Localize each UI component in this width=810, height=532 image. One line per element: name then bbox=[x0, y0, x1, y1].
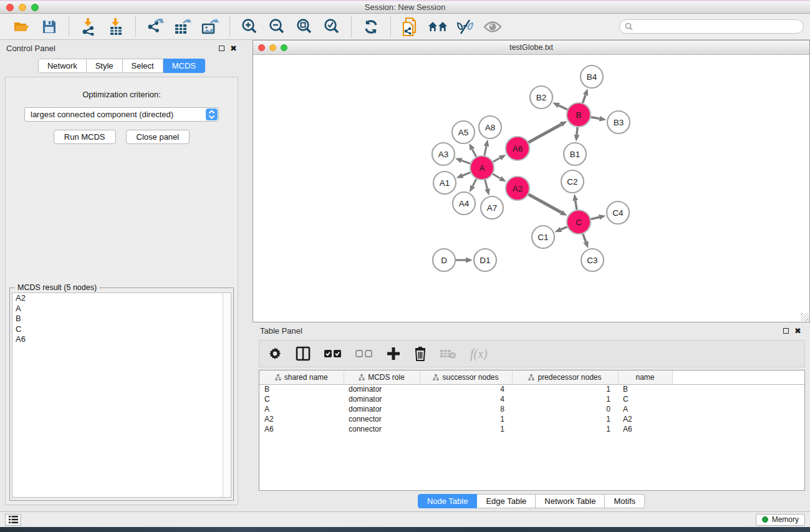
result-list-item[interactable]: A bbox=[12, 304, 231, 314]
column-header-successor-nodes[interactable]: successor nodes bbox=[420, 370, 512, 384]
edge-B-B2[interactable] bbox=[559, 105, 567, 109]
result-list-item[interactable]: A2 bbox=[12, 293, 231, 304]
float-panel-icon[interactable] bbox=[219, 46, 224, 51]
task-history-button[interactable] bbox=[5, 514, 21, 526]
graph-node-C2[interactable]: C2 bbox=[561, 170, 584, 193]
edge-A-A4[interactable] bbox=[473, 179, 476, 186]
close-panel-button[interactable]: Close panel bbox=[126, 130, 190, 144]
graph-node-B2[interactable]: B2 bbox=[530, 86, 552, 109]
tab-style[interactable]: Style bbox=[87, 59, 123, 73]
export-network-icon[interactable] bbox=[145, 17, 166, 37]
table-row[interactable]: Adominator80A bbox=[259, 404, 804, 414]
show-eye-icon[interactable] bbox=[482, 17, 503, 37]
graph-node-A7[interactable]: A7 bbox=[481, 196, 503, 219]
panel-splitter[interactable] bbox=[243, 40, 253, 511]
deselect-all-checkboxes-icon[interactable] bbox=[355, 349, 373, 358]
add-column-icon[interactable] bbox=[387, 347, 400, 360]
network-minimize-icon[interactable] bbox=[269, 44, 276, 51]
edge-B-B3[interactable] bbox=[591, 117, 600, 119]
graph-node-B3[interactable]: B3 bbox=[607, 111, 630, 133]
graph-node-B4[interactable]: B4 bbox=[581, 65, 603, 88]
result-scrollbar[interactable] bbox=[223, 293, 231, 497]
refresh-network-icon[interactable] bbox=[360, 17, 382, 37]
column-header-name[interactable]: name bbox=[618, 370, 672, 384]
edge-A-A8[interactable] bbox=[485, 146, 486, 155]
export-image-icon[interactable] bbox=[200, 17, 221, 37]
edge-A2-C[interactable] bbox=[529, 195, 561, 213]
column-header-MCDS-role[interactable]: MCDS role bbox=[344, 370, 420, 384]
search-box[interactable] bbox=[619, 19, 804, 34]
open-session-icon[interactable] bbox=[11, 17, 32, 37]
zoom-fit-icon[interactable] bbox=[294, 17, 315, 37]
graph-node-A2[interactable]: A2 bbox=[506, 177, 529, 200]
network-window-titlebar[interactable]: testGlobe.txt bbox=[253, 41, 809, 55]
edge-A-A5[interactable] bbox=[472, 149, 476, 157]
graph-node-C1[interactable]: C1 bbox=[532, 226, 554, 248]
graph-node-C[interactable]: C bbox=[567, 210, 591, 234]
column-header-predecessor-nodes[interactable]: predecessor nodes bbox=[512, 370, 618, 384]
table-row[interactable]: A6connector11A6 bbox=[259, 424, 804, 434]
table-row[interactable]: A2connector11A2 bbox=[259, 414, 804, 424]
zoom-in-icon[interactable] bbox=[239, 17, 260, 37]
zoom-out-icon[interactable] bbox=[266, 17, 287, 37]
edge-C-C2[interactable] bbox=[576, 201, 577, 210]
graph-node-D[interactable]: D bbox=[433, 249, 455, 271]
edge-A-A7[interactable] bbox=[485, 180, 488, 189]
memory-button[interactable]: Memory bbox=[756, 514, 805, 526]
delete-column-trash-icon[interactable] bbox=[414, 346, 427, 361]
close-table-panel-icon[interactable]: ✖ bbox=[794, 327, 801, 335]
tab-network-table[interactable]: Network Table bbox=[536, 494, 605, 508]
tab-node-table[interactable]: Node Table bbox=[418, 494, 478, 508]
zoom-window-icon[interactable] bbox=[31, 4, 39, 11]
result-list-item[interactable]: B bbox=[12, 314, 231, 324]
edge-C-C3[interactable] bbox=[583, 234, 586, 242]
network-from-document-icon[interactable] bbox=[400, 17, 421, 37]
tab-select[interactable]: Select bbox=[123, 59, 163, 73]
criterion-select[interactable]: largest connected component (directed) bbox=[24, 107, 219, 122]
hide-graphics-details-icon[interactable] bbox=[455, 17, 476, 37]
table-row[interactable]: Bdominator41B bbox=[259, 384, 804, 394]
float-table-panel-icon[interactable] bbox=[783, 328, 789, 334]
import-network-icon[interactable] bbox=[78, 17, 99, 37]
export-table-icon[interactable] bbox=[172, 17, 193, 37]
save-session-icon[interactable] bbox=[39, 17, 60, 37]
graph-node-B[interactable]: B bbox=[567, 103, 591, 127]
window-resize-grip[interactable] bbox=[801, 313, 809, 321]
network-zoom-icon[interactable] bbox=[281, 44, 287, 51]
graph-node-A4[interactable]: A4 bbox=[453, 192, 475, 215]
run-mcds-button[interactable]: Run MCDS bbox=[54, 130, 116, 144]
zoom-selected-icon[interactable] bbox=[321, 17, 342, 37]
tab-motifs[interactable]: Motifs bbox=[605, 494, 645, 508]
result-list-item[interactable]: A6 bbox=[12, 334, 231, 345]
delete-table-icon[interactable] bbox=[440, 348, 456, 359]
graph-node-A3[interactable]: A3 bbox=[432, 143, 455, 165]
graph-node-C3[interactable]: C3 bbox=[581, 249, 604, 271]
graph-node-A8[interactable]: A8 bbox=[479, 116, 501, 138]
edge-A-A2[interactable] bbox=[493, 174, 500, 178]
home-layout-icon[interactable] bbox=[427, 17, 448, 37]
close-panel-icon[interactable]: ✖ bbox=[230, 44, 237, 52]
close-window-icon[interactable] bbox=[6, 4, 14, 11]
graph-node-D1[interactable]: D1 bbox=[474, 249, 496, 271]
table-options-gear-icon[interactable] bbox=[268, 347, 282, 360]
edge-A-A1[interactable] bbox=[463, 172, 471, 175]
tab-edge-table[interactable]: Edge Table bbox=[477, 494, 536, 508]
edge-C-C4[interactable] bbox=[591, 217, 599, 219]
column-visibility-icon[interactable] bbox=[296, 346, 311, 361]
edge-B-B4[interactable] bbox=[583, 95, 586, 103]
graph-node-A1[interactable]: A1 bbox=[433, 172, 456, 194]
edge-B-B1[interactable] bbox=[577, 127, 577, 135]
select-all-checkboxes-icon[interactable] bbox=[324, 349, 342, 358]
edge-A-A6[interactable] bbox=[493, 158, 500, 162]
tab-network[interactable]: Network bbox=[38, 59, 87, 73]
import-table-icon[interactable] bbox=[105, 17, 127, 37]
edge-C-C1[interactable] bbox=[561, 227, 567, 230]
minimize-window-icon[interactable] bbox=[19, 4, 26, 11]
graph-node-C4[interactable]: C4 bbox=[607, 201, 629, 224]
tab-mcds[interactable]: MCDS bbox=[163, 59, 205, 73]
table-row[interactable]: Cdominator41C bbox=[259, 394, 804, 404]
graph-node-A[interactable]: A bbox=[470, 156, 494, 180]
network-close-icon[interactable] bbox=[258, 44, 265, 51]
edge-A6-B[interactable] bbox=[529, 124, 561, 142]
result-list-item[interactable]: C bbox=[12, 324, 231, 335]
